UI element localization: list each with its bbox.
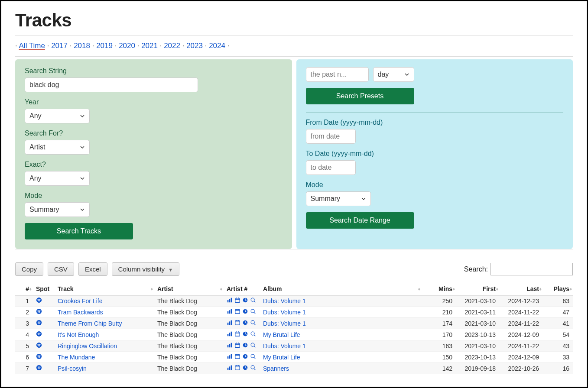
magnifier-icon[interactable] bbox=[250, 297, 256, 303]
cell-spot[interactable] bbox=[32, 318, 54, 329]
magnifier-icon[interactable] bbox=[250, 365, 256, 371]
column-visibility-label: Column visibility bbox=[118, 265, 165, 273]
col-first[interactable]: First♦ bbox=[456, 283, 499, 295]
svg-rect-58 bbox=[231, 354, 232, 359]
year-link[interactable]: All Time bbox=[19, 42, 45, 50]
clock-icon[interactable] bbox=[242, 297, 248, 303]
track-link[interactable]: Crookes For Life bbox=[58, 297, 102, 304]
excel-button[interactable]: Excel bbox=[78, 262, 107, 276]
calendar-icon[interactable] bbox=[234, 320, 240, 326]
calendar-icon[interactable] bbox=[234, 308, 240, 314]
cell-artist: The Black Dog bbox=[154, 318, 223, 329]
calendar-icon[interactable] bbox=[234, 331, 240, 337]
bar-chart-icon[interactable] bbox=[227, 365, 233, 371]
clock-icon[interactable] bbox=[242, 365, 248, 371]
track-link[interactable]: Tram Backwards bbox=[58, 309, 103, 316]
cell-first: 2021-03-10 bbox=[456, 295, 499, 307]
album-link[interactable]: My Brutal Life bbox=[263, 354, 300, 361]
search-date-range-button[interactable]: Search Date Range bbox=[306, 212, 414, 229]
album-link[interactable]: Dubs: Volume 1 bbox=[263, 297, 306, 304]
calendar-icon[interactable] bbox=[234, 365, 240, 371]
col-last[interactable]: Last♦ bbox=[499, 283, 543, 295]
album-link[interactable]: Spanners bbox=[263, 365, 289, 372]
year-link[interactable]: 2023 bbox=[186, 42, 203, 50]
preset-unit-select[interactable]: day bbox=[373, 67, 414, 82]
bar-chart-icon[interactable] bbox=[227, 297, 233, 303]
search-tracks-button[interactable]: Search Tracks bbox=[25, 223, 133, 239]
clock-icon[interactable] bbox=[242, 353, 248, 359]
year-link[interactable]: 2018 bbox=[74, 42, 90, 50]
spotify-icon bbox=[36, 308, 42, 314]
magnifier-icon[interactable] bbox=[250, 342, 256, 348]
year-link[interactable]: 2019 bbox=[96, 42, 113, 50]
magnifier-icon[interactable] bbox=[250, 308, 256, 314]
calendar-icon[interactable] bbox=[234, 342, 240, 348]
bar-chart-icon[interactable] bbox=[227, 308, 233, 314]
search-string-input[interactable] bbox=[25, 78, 198, 92]
to-date-input[interactable] bbox=[306, 160, 356, 175]
cell-plays: 63 bbox=[543, 295, 573, 307]
cell-spot[interactable] bbox=[32, 352, 54, 363]
album-link[interactable]: Dubs: Volume 1 bbox=[263, 343, 306, 349]
album-link[interactable]: My Brutal Life bbox=[263, 331, 300, 338]
mode-value: Summary bbox=[29, 206, 59, 213]
bar-chart-icon[interactable] bbox=[227, 342, 233, 348]
cell-spot[interactable] bbox=[32, 363, 54, 374]
table-row: 1 Crookes For Life The Black Dog Dubs: V… bbox=[15, 295, 573, 307]
csv-button[interactable]: CSV bbox=[48, 262, 74, 276]
col-album[interactable]: Album♦ bbox=[260, 283, 421, 295]
chevron-down-icon bbox=[404, 72, 409, 77]
album-link[interactable]: Dubs: Volume 1 bbox=[263, 309, 306, 316]
calendar-icon[interactable] bbox=[234, 297, 240, 303]
clock-icon[interactable] bbox=[242, 331, 248, 337]
track-link[interactable]: Psil-cosyin bbox=[58, 365, 87, 372]
preset-n-input[interactable] bbox=[306, 67, 369, 82]
mode-select[interactable]: Summary bbox=[306, 191, 371, 206]
year-link[interactable]: 2024 bbox=[209, 42, 225, 50]
search-for-select[interactable]: Artist bbox=[25, 140, 90, 155]
clock-icon[interactable] bbox=[242, 308, 248, 314]
track-link[interactable]: Theme From Chip Butty bbox=[58, 320, 122, 327]
magnifier-icon[interactable] bbox=[250, 331, 256, 337]
track-link[interactable]: The Mundane bbox=[58, 354, 95, 361]
col-idx[interactable]: #♦ bbox=[15, 283, 32, 295]
cell-spot[interactable] bbox=[32, 307, 54, 318]
track-link[interactable]: Ringinglow Oscillation bbox=[58, 343, 117, 349]
col-plays[interactable]: Plays♦ bbox=[543, 283, 573, 295]
year-link[interactable]: 2022 bbox=[164, 42, 180, 50]
chevron-down-icon bbox=[80, 145, 85, 150]
year-link[interactable]: 2020 bbox=[119, 42, 135, 50]
year-link[interactable]: 2021 bbox=[141, 42, 158, 50]
mode-select[interactable]: Summary bbox=[25, 202, 90, 217]
col-artist[interactable]: Artist♦ bbox=[154, 283, 223, 295]
col-artist-num[interactable]: Artist # bbox=[223, 283, 260, 295]
col-track[interactable]: Track♦ bbox=[54, 283, 154, 295]
clock-icon[interactable] bbox=[242, 342, 248, 348]
bar-chart-icon[interactable] bbox=[227, 353, 233, 359]
exact-select[interactable]: Any bbox=[25, 171, 90, 186]
cell-last: 2024-12-09 bbox=[499, 352, 543, 363]
cell-spot[interactable] bbox=[32, 329, 54, 340]
chevron-down-icon bbox=[80, 207, 85, 212]
calendar-icon[interactable] bbox=[234, 353, 240, 359]
magnifier-icon[interactable] bbox=[250, 320, 256, 326]
cell-mins: 210 bbox=[421, 307, 456, 318]
bar-chart-icon[interactable] bbox=[227, 320, 233, 326]
from-date-input[interactable] bbox=[306, 129, 356, 144]
album-link[interactable]: Dubs: Volume 1 bbox=[263, 320, 306, 327]
magnifier-icon[interactable] bbox=[250, 353, 256, 359]
table-search-input[interactable] bbox=[491, 263, 573, 275]
cell-spot[interactable] bbox=[32, 340, 54, 352]
year-link[interactable]: 2017 bbox=[51, 42, 68, 50]
column-visibility-button[interactable]: Column visibility ▼ bbox=[112, 262, 180, 276]
bar-chart-icon[interactable] bbox=[227, 331, 233, 337]
copy-button[interactable]: Copy bbox=[15, 262, 43, 276]
search-presets-button[interactable]: Search Presets bbox=[306, 88, 414, 104]
cell-spot[interactable] bbox=[32, 295, 54, 307]
year-select[interactable]: Any bbox=[25, 109, 90, 123]
col-mins[interactable]: Mins♦ bbox=[421, 283, 456, 295]
col-spot[interactable]: Spot bbox=[32, 283, 54, 295]
track-link[interactable]: It's Not Enough bbox=[58, 331, 99, 338]
clock-icon[interactable] bbox=[242, 320, 248, 326]
cell-last: 2024-11-22 bbox=[499, 318, 543, 329]
